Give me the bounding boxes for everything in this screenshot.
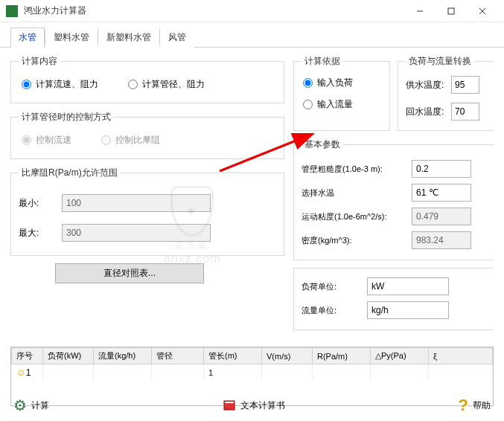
max-input[interactable] — [62, 224, 211, 242]
water-temp-label: 选择水温 — [302, 187, 406, 199]
radio-calc-velocity-resistance[interactable]: 计算流速、阻力 — [22, 78, 98, 91]
calc-content-group: 计算内容 计算流速、阻力 计算管径、阻力 — [10, 55, 284, 103]
svg-rect-1 — [448, 8, 454, 14]
roughness-label: 管壁粗糙度(1.0e-3 m): — [302, 164, 406, 175]
diameter-control-group: 计算管径时的控制方式 控制流速 控制比摩阻 — [10, 111, 284, 159]
density-input — [412, 231, 471, 249]
calc-basis-legend: 计算依据 — [302, 55, 343, 68]
help-icon: ? — [459, 396, 468, 415]
friction-range-group: 比摩阻R(Pa/m)允许范围 最小: 最大: — [10, 167, 284, 256]
supply-temp-input[interactable] — [451, 76, 479, 94]
calculate-button[interactable]: ⚙ 计算 — [13, 396, 49, 414]
tab-air-duct[interactable]: 风管 — [160, 28, 194, 48]
col-dpy[interactable]: △Py(Pa) — [371, 348, 429, 364]
basic-params-group: 基本参数 管壁粗糙度(1.0e-3 m): 选择水温 运动粘度(1.0e-6m^… — [293, 138, 494, 260]
book-icon — [223, 399, 236, 412]
flow-unit-input[interactable] — [367, 301, 449, 319]
water-temp-input[interactable] — [412, 184, 471, 202]
col-flow[interactable]: 流量(kg/h) — [94, 348, 152, 364]
basic-params-legend: 基本参数 — [302, 138, 343, 151]
col-velocity[interactable]: V(m/s) — [262, 348, 313, 364]
help-button[interactable]: ? 帮助 — [459, 396, 491, 415]
friction-range-legend: 比摩阻R(Pa/m)允许范围 — [19, 167, 121, 179]
minimize-button[interactable] — [404, 1, 436, 22]
load-unit-input[interactable] — [367, 277, 449, 295]
col-xi[interactable]: ξ — [429, 348, 493, 364]
conversion-legend: 负荷与流量转换 — [406, 55, 474, 68]
diameter-table-button[interactable]: 直径对照表... — [55, 263, 204, 283]
tab-plastic-pipe[interactable]: 塑料水管 — [45, 28, 98, 48]
return-temp-input[interactable] — [451, 103, 479, 120]
smiley-icon: ☺ — [16, 367, 26, 378]
radio-input-load[interactable]: 输入负荷 — [303, 77, 380, 89]
col-length[interactable]: 管长(m) — [204, 348, 262, 364]
viscosity-input — [412, 208, 471, 225]
units-group: 负荷单位: 流量单位: — [293, 268, 494, 330]
text-report-button[interactable]: 文本计算书 — [223, 399, 285, 412]
return-temp-label: 回水温度: — [406, 106, 447, 118]
roughness-input[interactable] — [412, 160, 471, 178]
radio-calc-diameter-resistance[interactable]: 计算管径、阻力 — [128, 78, 205, 91]
flow-unit-label: 流量单位: — [302, 305, 361, 316]
radio-control-friction: 控制比摩阻 — [101, 134, 160, 147]
col-seq[interactable]: 序号 — [12, 348, 43, 364]
max-label: 最大: — [19, 227, 56, 240]
close-button[interactable] — [467, 1, 498, 22]
viscosity-label: 运动粘度(1.0e-6m^2/s): — [302, 211, 406, 222]
svg-rect-5 — [225, 402, 234, 403]
calc-basis-group: 计算依据 输入负荷 输入流量 — [293, 55, 390, 131]
table-row[interactable]: ☺1 1 — [12, 364, 493, 381]
density-label: 密度(kg/m^3): — [302, 235, 406, 246]
tab-new-plastic-pipe[interactable]: 新塑料水管 — [98, 28, 159, 48]
load-unit-label: 负荷单位: — [302, 281, 361, 292]
tab-water-pipe[interactable]: 水管 — [10, 28, 45, 48]
radio-input-flow[interactable]: 输入流量 — [303, 98, 380, 111]
supply-temp-label: 供水温度: — [406, 79, 447, 91]
col-load[interactable]: 负荷(kW) — [43, 348, 94, 364]
app-icon — [6, 5, 18, 17]
window-title: 鸿业水力计算器 — [24, 4, 404, 17]
maximize-button[interactable] — [436, 1, 467, 22]
min-input[interactable] — [62, 194, 211, 212]
gear-icon: ⚙ — [13, 396, 27, 414]
load-flow-conversion-group: 负荷与流量转换 供水温度: 回水温度: — [398, 55, 494, 131]
col-r[interactable]: R(Pa/m) — [313, 348, 371, 364]
diameter-control-legend: 计算管径时的控制方式 — [19, 111, 114, 123]
calc-content-legend: 计算内容 — [19, 55, 60, 68]
col-diameter[interactable]: 管径 — [152, 348, 204, 364]
tab-bar: 水管 塑料水管 新塑料水管 风管 — [0, 22, 504, 48]
radio-control-velocity: 控制流速 — [22, 134, 71, 147]
min-label: 最小: — [19, 197, 56, 210]
